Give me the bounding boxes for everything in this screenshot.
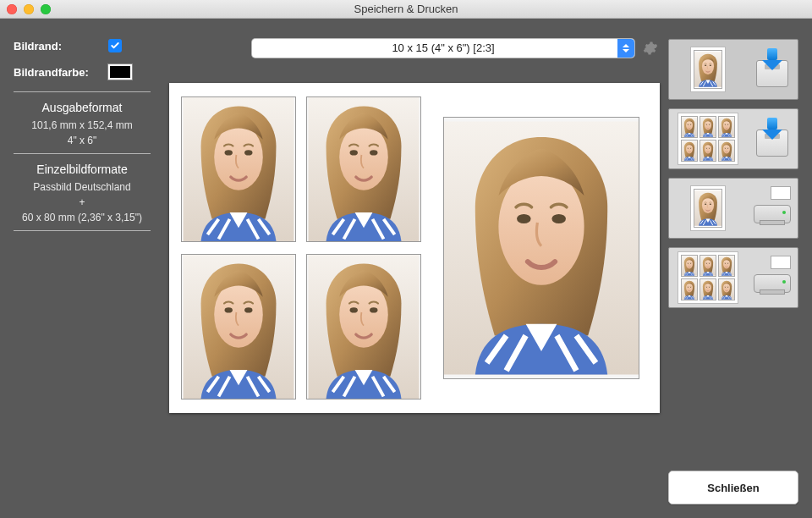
passport-photo-4 [306, 254, 421, 400]
sheet-photos-icon [681, 255, 735, 300]
settings-panel: Bildrand: Bildrandfarbe: Ausgabeformat 1… [0, 19, 161, 518]
border-checkbox[interactable] [108, 39, 122, 52]
single-photo-icon [694, 189, 722, 228]
preview-panel: 10 x 15 (4" x 6") [2:3] [161, 19, 668, 518]
download-icon [754, 121, 790, 157]
gear-icon [643, 41, 658, 56]
print-sheet-preview [169, 83, 660, 413]
settings-button[interactable] [643, 41, 658, 56]
passport-photo-1 [181, 96, 296, 242]
single-photo-icon [694, 50, 722, 89]
zoom-window-icon[interactable] [41, 4, 51, 14]
divider [14, 230, 151, 231]
chevron-updown-icon [617, 39, 634, 58]
close-window-icon[interactable] [7, 4, 17, 14]
print-sheet-button[interactable] [668, 247, 798, 308]
output-format-head: Ausgabeformat [14, 101, 151, 114]
window-title: Speichern & Drucken [0, 3, 812, 15]
save-single-button[interactable] [668, 39, 798, 100]
single-format-plus: + [14, 196, 151, 208]
passport-photo-3 [181, 254, 296, 400]
bordercolor-well[interactable] [108, 64, 132, 80]
passport-photo-2 [306, 96, 421, 242]
output-format-inch: 4" x 6" [14, 135, 151, 146]
close-button[interactable]: Schließen [668, 471, 798, 504]
single-format-size: 60 x 80 mm (2,36" x 3,15") [14, 212, 151, 223]
paper-size-value: 10 x 15 (4" x 6") [2:3] [392, 41, 494, 54]
paper-size-select[interactable]: 10 x 15 (4" x 6") [2:3] [252, 39, 634, 58]
output-format-mm: 101,6 mm x 152,4 mm [14, 119, 151, 131]
passport-grid [181, 96, 421, 400]
sheet-photos-icon [681, 116, 735, 162]
actions-panel: Schließen [668, 19, 812, 518]
single-format-section: Einzelbildformate Passbild Deutschland +… [14, 163, 151, 223]
single-format-name: Passbild Deutschland [14, 181, 151, 193]
large-photo [443, 117, 639, 379]
minimize-window-icon[interactable] [24, 4, 34, 14]
printer-icon [754, 193, 791, 223]
bordercolor-label: Bildrandfarbe: [14, 66, 108, 79]
single-format-head: Einzelbildformate [14, 163, 151, 176]
printer-icon [754, 262, 791, 293]
divider [14, 153, 151, 154]
save-sheet-button[interactable] [668, 108, 798, 169]
border-label: Bildrand: [14, 40, 108, 52]
titlebar: Speichern & Drucken [0, 0, 812, 19]
divider [14, 91, 151, 92]
check-icon [110, 41, 120, 51]
download-icon [754, 52, 790, 87]
output-format-section: Ausgabeformat 101,6 mm x 152,4 mm 4" x 6… [14, 101, 151, 146]
window-controls [7, 4, 51, 14]
print-single-button[interactable] [668, 178, 798, 239]
